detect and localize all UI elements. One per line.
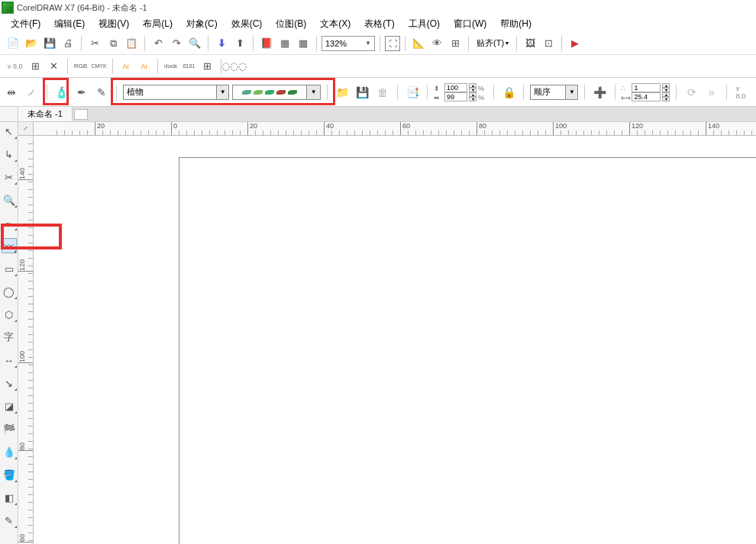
color-rgb-button[interactable]: RGB [73, 58, 89, 75]
ellipse-tool[interactable]: ◯ [2, 284, 17, 299]
align-button[interactable]: ⊞ [199, 58, 216, 75]
spray-order-combo[interactable]: 顺序 ▼ [530, 85, 578, 100]
menu-object[interactable]: 对象(C) [180, 16, 224, 32]
fullscreen-button[interactable]: ⛶ [385, 36, 400, 51]
dabs-input[interactable] [632, 83, 661, 92]
spraylist-preview[interactable] [232, 85, 307, 100]
rectangle-tool[interactable]: ▭ [2, 261, 17, 276]
show-rulers-button[interactable]: 📐 [410, 35, 427, 52]
snap-to-dropdown[interactable]: 贴齐(T) ▾ [473, 37, 512, 49]
new-tab-button[interactable] [74, 109, 88, 120]
spray-category-combo[interactable]: 植物 ▼ [123, 85, 229, 100]
export-button[interactable]: ⬆ [231, 35, 248, 52]
menu-file[interactable]: 文件(F) [5, 16, 47, 32]
ai-export-button[interactable]: Ai [118, 58, 134, 75]
cut-button[interactable]: ✂ [86, 35, 103, 52]
publish-pdf-button[interactable]: 📕 [258, 35, 275, 52]
show-guides-button[interactable]: ⊞ [447, 35, 464, 52]
add-to-spraylist-button[interactable]: ➕ [591, 83, 608, 101]
options2-button[interactable]: ⊡ [540, 35, 557, 52]
parallel-dimension-tool[interactable]: ↔ [2, 352, 17, 368]
menu-edit[interactable]: 编辑(E) [48, 16, 91, 32]
smart-fill-tool[interactable]: ◧ [2, 490, 17, 505]
corel-connect-button[interactable]: ▦ [276, 35, 293, 52]
delete-spraylist-button[interactable]: 🗑 [374, 83, 391, 101]
calligraphic-button[interactable]: ✒ [73, 83, 90, 101]
ruler-origin[interactable]: ⤢ [18, 122, 34, 136]
menu-layout[interactable]: 布局(L) [137, 16, 179, 32]
menu-bitmap[interactable]: 位图(B) [270, 16, 312, 32]
spraylist-dropdown-button[interactable]: ▼ [307, 85, 320, 99]
polygon-tool[interactable]: ⬡ [2, 307, 17, 322]
copy-button[interactable]: ⧉ [105, 35, 121, 52]
open-button[interactable]: 📂 [23, 35, 40, 52]
pressure-button[interactable]: ✎ [93, 83, 110, 101]
crop-tool[interactable]: ✂ [2, 169, 17, 185]
mirror-horizontal-button[interactable]: ⇹ [3, 83, 20, 101]
search-button[interactable]: 🔍 [186, 35, 203, 52]
redo-button[interactable]: ↷ [168, 35, 185, 52]
menu-view[interactable]: 视图(V) [92, 16, 135, 32]
outline-pen-tool[interactable]: ✎ [2, 513, 17, 528]
options-button[interactable]: 🖼 [522, 35, 538, 52]
standard-toolbar: 📄 📂 💾 🖨 ✂ ⧉ 📋 ↶ ↷ 🔍 ⬇ ⬆ 📕 ▦ ▦ 132% ▼ ⛶ 📐… [0, 32, 756, 55]
browse-button[interactable]: 📁 [334, 83, 351, 101]
launch-button[interactable]: ▶ [567, 35, 583, 52]
dabs-spinner[interactable]: ▴▾ [662, 83, 670, 92]
horizontal-ruler[interactable]: 20 0 20 40 60 80 100 120 140 [34, 122, 756, 136]
vertical-ruler[interactable]: 140 120 100 80 60 [18, 136, 34, 544]
spacing-input[interactable] [444, 92, 467, 101]
menu-tools[interactable]: 工具(O) [402, 16, 446, 32]
print-button[interactable]: 🖨 [60, 35, 76, 52]
spray-options-button[interactable]: ◌◌◌ [226, 58, 243, 75]
drawing-window: ⤢ 20 0 20 40 60 80 100 120 140 140 120 1… [18, 122, 756, 544]
bitmap-button[interactable]: 0101 [181, 58, 198, 75]
save-spraylist-button[interactable]: 💾 [354, 83, 370, 101]
pick-tool[interactable]: ↖ [2, 124, 17, 139]
drawing-canvas[interactable] [34, 136, 756, 544]
distance-input[interactable] [632, 92, 661, 101]
drop-shadow-tool[interactable]: ◪ [2, 398, 17, 414]
size-spinner[interactable]: ▴▾ [469, 83, 477, 92]
paste-button[interactable]: 📋 [123, 35, 140, 52]
rotation-button[interactable]: ⟳ [683, 83, 699, 101]
spacing-spinner[interactable]: ▴▾ [469, 92, 477, 101]
connector-tool[interactable]: ↘ [2, 375, 17, 391]
macro-tool-2[interactable]: ✕ [46, 58, 63, 75]
spraylist-options-button[interactable]: 📑 [404, 83, 421, 101]
menu-help[interactable]: 帮助(H) [494, 16, 538, 32]
zoom-level-combo[interactable]: 132% ▼ [321, 36, 375, 51]
undo-button[interactable]: ↶ [150, 35, 166, 52]
distance-spinner[interactable]: ▴▾ [662, 92, 670, 101]
app-launcher-button[interactable]: ▦ [295, 35, 312, 52]
menu-effects[interactable]: 效果(C) [225, 16, 269, 32]
artistic-media-tool[interactable]: 〰 [2, 238, 17, 253]
separator [584, 85, 585, 100]
color-eyedropper-tool[interactable]: 💧 [2, 444, 17, 459]
zoom-tool[interactable]: 🔍 [2, 192, 17, 208]
lock-ratio-button[interactable]: 🔒 [500, 83, 517, 101]
save-button[interactable]: 💾 [41, 35, 58, 52]
size-input[interactable] [444, 83, 467, 92]
overflow-button[interactable]: » [703, 83, 720, 101]
menu-text[interactable]: 文本(X) [314, 16, 357, 32]
window-title: CorelDRAW X7 (64-Bit) - 未命名 -1 [17, 2, 147, 14]
import-button[interactable]: ⬇ [213, 35, 230, 52]
interactive-fill-tool[interactable]: 🪣 [2, 467, 17, 482]
color-cmyk-button[interactable]: CMYK [91, 58, 108, 75]
separator [676, 85, 677, 100]
transparency-tool[interactable]: 🏁 [2, 421, 17, 436]
menu-table[interactable]: 表格(T) [358, 16, 400, 32]
ai-import-button[interactable]: Ai [136, 58, 153, 75]
text-tool[interactable]: 字 [2, 330, 17, 345]
dock-button[interactable]: dock [163, 58, 179, 75]
macro-tool-1[interactable]: ⊞ [27, 58, 44, 75]
document-tab[interactable]: 未命名 -1 [18, 107, 73, 121]
shape-tool[interactable]: ↳ [2, 146, 17, 162]
freehand-tool[interactable]: ~ [2, 215, 17, 230]
new-button[interactable]: 📄 [5, 35, 21, 52]
freehand-mode-button[interactable]: ⟋ [23, 83, 40, 101]
sprayer-brush-button[interactable]: 🧴 [53, 83, 69, 101]
menu-window[interactable]: 窗口(W) [447, 16, 493, 32]
show-grid-button[interactable]: 👁 [428, 35, 445, 52]
